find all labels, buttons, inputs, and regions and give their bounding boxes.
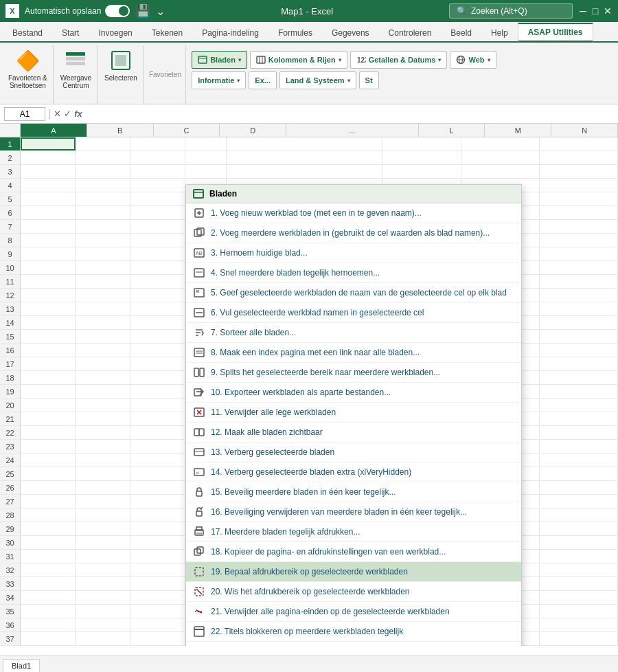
tab-formules[interactable]: Formules bbox=[268, 25, 322, 41]
cell-C30[interactable] bbox=[130, 536, 185, 549]
cell-N23[interactable] bbox=[540, 440, 618, 453]
cell-A23[interactable] bbox=[21, 440, 76, 453]
cell-C6[interactable] bbox=[130, 206, 185, 219]
cell-C29[interactable] bbox=[130, 522, 185, 535]
cell-C2[interactable] bbox=[130, 151, 185, 164]
getallen-button[interactable]: 123 Getallen & Datums ▾ bbox=[350, 51, 448, 69]
cell-C27[interactable] bbox=[130, 495, 185, 508]
cell-C14[interactable] bbox=[130, 316, 185, 329]
cell-N18[interactable] bbox=[540, 371, 618, 384]
cell-B2[interactable] bbox=[76, 151, 130, 164]
cell-N36[interactable] bbox=[540, 618, 618, 631]
cell-C21[interactable] bbox=[130, 412, 185, 425]
cell-N8[interactable] bbox=[540, 234, 618, 247]
cell-C37[interactable] bbox=[130, 632, 185, 645]
cell-N15[interactable] bbox=[540, 330, 618, 343]
cell-A10[interactable] bbox=[21, 261, 76, 274]
cell-C25[interactable] bbox=[130, 467, 185, 480]
cell-A12[interactable] bbox=[21, 289, 76, 302]
cell-B10[interactable] bbox=[76, 261, 130, 274]
quick-access-icon[interactable]: ⌄ bbox=[156, 5, 165, 18]
cell-C15[interactable] bbox=[130, 330, 185, 343]
cell-C1[interactable] bbox=[130, 137, 185, 150]
menu-item-19[interactable]: 19. Bepaal afdrukbereik op geselecteerde… bbox=[186, 562, 521, 582]
col-header-D[interactable]: D bbox=[220, 124, 286, 137]
tab-gegevens[interactable]: Gegevens bbox=[322, 25, 379, 41]
cell-N21[interactable] bbox=[540, 412, 618, 425]
kolommen-button[interactable]: Kolommen & Rijen ▾ bbox=[250, 51, 347, 69]
cell-C24[interactable] bbox=[130, 453, 185, 467]
cell-B27[interactable] bbox=[76, 495, 130, 508]
cell-A15[interactable] bbox=[21, 330, 76, 343]
menu-item-2[interactable]: 2. Voeg meerdere werkbladen in (gebruikt… bbox=[186, 223, 521, 243]
quick-save-icon[interactable]: 💾 bbox=[135, 3, 150, 19]
cell-N5[interactable] bbox=[540, 192, 618, 205]
cell-B21[interactable] bbox=[76, 412, 130, 425]
menu-item-3[interactable]: AB3. Hernoem huidige blad... bbox=[186, 243, 521, 263]
menu-item-17[interactable]: 17. Meerdere bladen tegelijk afdrukken..… bbox=[186, 522, 521, 542]
cell-L3[interactable] bbox=[382, 165, 461, 178]
cell-D2[interactable] bbox=[185, 151, 227, 164]
cell-B18[interactable] bbox=[76, 371, 130, 384]
cell-B37[interactable] bbox=[76, 632, 130, 645]
cell-L1[interactable] bbox=[382, 137, 461, 150]
col-header-C[interactable]: C bbox=[154, 124, 220, 137]
menu-item-12[interactable]: 12. Maak alle bladen zichtbaar bbox=[186, 423, 521, 443]
cell-A16[interactable] bbox=[21, 344, 76, 357]
menu-item-16[interactable]: 16. Beveiliging verwijderen van meerdere… bbox=[186, 502, 521, 522]
tab-tekenen[interactable]: Tekenen bbox=[142, 25, 192, 41]
confirm-formula-icon[interactable]: ✓ bbox=[64, 109, 71, 119]
menu-item-22[interactable]: 22. Titels blokkeren op meerdere werkbla… bbox=[186, 622, 521, 642]
col-header-EtoK[interactable]: ... bbox=[286, 124, 419, 137]
tab-asap[interactable]: ASAP Utilities bbox=[518, 23, 593, 43]
cell-B33[interactable] bbox=[76, 577, 130, 590]
menu-item-10[interactable]: 10. Exporteer werkbladen als aparte best… bbox=[186, 383, 521, 403]
col-header-B[interactable]: B bbox=[87, 124, 154, 137]
cell-C19[interactable] bbox=[130, 385, 185, 398]
cell-A33[interactable] bbox=[21, 577, 76, 590]
cell-A26[interactable] bbox=[21, 481, 76, 494]
cell-N32[interactable] bbox=[540, 563, 618, 576]
cell-C31[interactable] bbox=[130, 550, 185, 563]
tab-invoegen[interactable]: Invoegen bbox=[89, 25, 141, 41]
cell-N25[interactable] bbox=[540, 467, 618, 480]
autosave-toggle[interactable] bbox=[105, 5, 130, 17]
cell-D1[interactable] bbox=[185, 137, 227, 150]
cell-B6[interactable] bbox=[76, 206, 130, 219]
menu-item-5[interactable]: 5. Geef geselecteerde werkbladen de naam… bbox=[186, 283, 521, 303]
search-box[interactable]: 🔍 Zoeken (Alt+Q) bbox=[449, 3, 573, 19]
cell-N35[interactable] bbox=[540, 605, 618, 618]
cell-B36[interactable] bbox=[76, 618, 130, 631]
col-header-L[interactable]: L bbox=[419, 124, 485, 137]
menu-item-7[interactable]: 7. Sorteer alle bladen... bbox=[186, 323, 521, 343]
menu-item-18[interactable]: 18. Kopieer de pagina- en afdrukinstelli… bbox=[186, 542, 521, 562]
cell-A2[interactable] bbox=[21, 151, 76, 164]
cell-C16[interactable] bbox=[130, 344, 185, 357]
cell-B35[interactable] bbox=[76, 605, 130, 618]
cell-N14[interactable] bbox=[540, 316, 618, 329]
cell-A35[interactable] bbox=[21, 605, 76, 618]
cell-C10[interactable] bbox=[130, 261, 185, 274]
col-header-A[interactable]: A bbox=[21, 124, 87, 137]
cell-spacer-1[interactable] bbox=[227, 137, 382, 150]
cell-L2[interactable] bbox=[382, 151, 461, 164]
cell-B16[interactable] bbox=[76, 344, 130, 357]
menu-item-6[interactable]: 6. Vul geselecteerde werkblad namen in g… bbox=[186, 303, 521, 323]
cell-C20[interactable] bbox=[130, 399, 185, 412]
cell-N2[interactable] bbox=[540, 151, 618, 164]
menu-item-23[interactable]: 23. Titelblokkering opheffen op meerdere… bbox=[186, 642, 521, 646]
cell-A31[interactable] bbox=[21, 550, 76, 563]
cell-N1[interactable] bbox=[540, 137, 618, 150]
cell-B11[interactable] bbox=[76, 275, 130, 288]
cell-N24[interactable] bbox=[540, 453, 618, 467]
land-button[interactable]: Land & Systeem ▾ bbox=[279, 71, 356, 89]
cell-A17[interactable] bbox=[21, 357, 76, 370]
cell-A3[interactable] bbox=[21, 165, 76, 178]
cell-A25[interactable] bbox=[21, 467, 76, 480]
cell-B30[interactable] bbox=[76, 536, 130, 549]
cell-A37[interactable] bbox=[21, 632, 76, 645]
cell-A24[interactable] bbox=[21, 453, 76, 467]
close-button[interactable]: ✕ bbox=[603, 6, 613, 16]
menu-item-14[interactable]: xl14. Verberg geselecteerde bladen extra… bbox=[186, 462, 521, 482]
cell-C18[interactable] bbox=[130, 371, 185, 384]
